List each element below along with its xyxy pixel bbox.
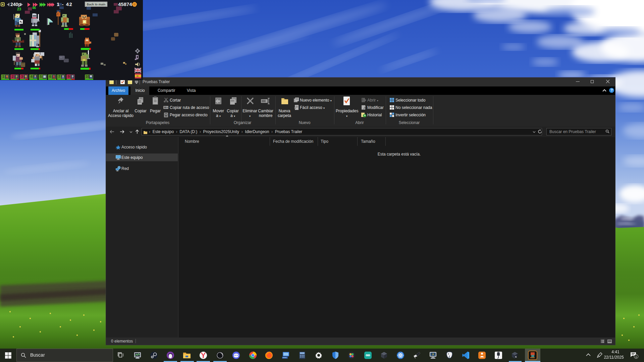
svg-text:W: W (164, 106, 166, 109)
svg-text:6: 6 (515, 355, 517, 358)
